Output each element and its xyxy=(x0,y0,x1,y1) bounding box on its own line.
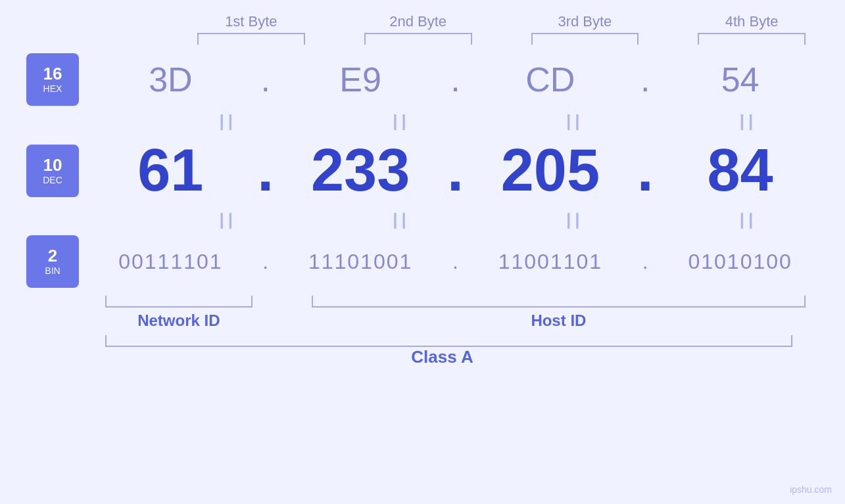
bin-dot-2: . xyxy=(439,250,472,274)
byte-headers: 1st Byte 2nd Byte 3rd Byte 4th Byte xyxy=(26,13,819,45)
host-id-bracket xyxy=(312,296,806,308)
network-id-bracket xyxy=(105,296,253,308)
dec-badge: 10 DEC xyxy=(26,145,79,197)
bracket-top-4 xyxy=(698,33,806,45)
byte-header-2: 2nd Byte xyxy=(351,13,485,45)
bin-dot-3: . xyxy=(629,250,662,274)
hex-byte-1: 3D xyxy=(92,60,249,99)
hex-badge: 16 HEX xyxy=(26,53,79,106)
hex-dot-2: . xyxy=(439,60,472,99)
host-id-block: Host ID xyxy=(299,296,819,330)
hex-values: 3D . E9 . CD . 54 xyxy=(92,60,819,99)
byte-header-1: 1st Byte xyxy=(184,13,318,45)
dec-byte-2: 233 xyxy=(282,137,439,204)
equals-4: || xyxy=(678,111,819,131)
bracket-top-1 xyxy=(197,33,305,45)
byte-header-4: 4th Byte xyxy=(685,13,819,45)
hex-dot-1: . xyxy=(249,60,282,99)
dec-row: 10 DEC 61 . 233 . 205 . 84 xyxy=(26,131,819,210)
bin-byte-4: 01010100 xyxy=(662,250,819,274)
main-container: 1st Byte 2nd Byte 3rd Byte 4th Byte 16 H… xyxy=(0,0,845,504)
byte-header-3: 3rd Byte xyxy=(518,13,652,45)
watermark: ipshu.com xyxy=(790,484,832,495)
id-section: Network ID Host ID xyxy=(26,296,819,330)
bin-byte-2: 11101001 xyxy=(282,250,439,274)
equals-7: || xyxy=(505,210,646,230)
bin-badge: 2 BIN xyxy=(26,235,79,288)
class-section: Class A xyxy=(26,335,819,367)
dec-byte-3: 205 xyxy=(472,137,629,204)
equals-5: || xyxy=(158,210,299,230)
equals-3: || xyxy=(505,111,646,131)
dec-dot-3: . xyxy=(629,137,662,204)
equals-row-1: || || || || xyxy=(26,111,819,131)
bin-byte-3: 11001101 xyxy=(472,250,629,274)
dec-dot-1: . xyxy=(249,137,282,204)
bin-byte-1: 00111101 xyxy=(92,250,249,274)
bracket-top-2 xyxy=(364,33,472,45)
hex-byte-3: CD xyxy=(472,60,629,99)
dec-byte-1: 61 xyxy=(92,137,249,204)
hex-byte-4: 54 xyxy=(662,60,819,99)
bracket-top-3 xyxy=(531,33,639,45)
hex-dot-3: . xyxy=(629,60,662,99)
equals-6: || xyxy=(331,210,472,230)
bin-row: 2 BIN 00111101 . 11101001 . 11001101 . xyxy=(26,230,819,293)
dec-dot-2: . xyxy=(439,137,472,204)
class-bracket xyxy=(105,335,792,347)
bin-dot-1: . xyxy=(249,250,282,274)
equals-row-2: || || || || xyxy=(26,210,819,230)
equals-8: || xyxy=(678,210,819,230)
dec-values: 61 . 233 . 205 . 84 xyxy=(92,137,819,204)
bin-values: 00111101 . 11101001 . 11001101 . 0101010… xyxy=(92,250,819,274)
hex-row: 16 HEX 3D . E9 . CD . 54 xyxy=(26,48,819,111)
equals-2: || xyxy=(331,111,472,131)
equals-1: || xyxy=(158,111,299,131)
dec-byte-4: 84 xyxy=(662,137,819,204)
network-id-block: Network ID xyxy=(92,296,266,330)
hex-byte-2: E9 xyxy=(282,60,439,99)
